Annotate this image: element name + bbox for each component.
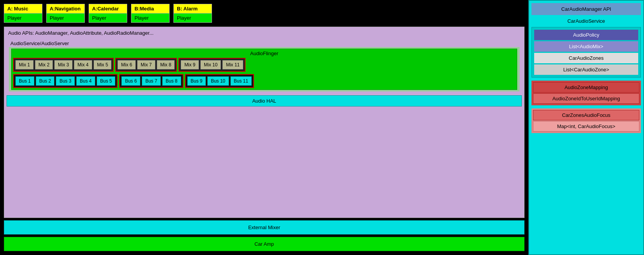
- list-audiomix-box: List<AudioMix>: [534, 41, 638, 52]
- bus-zones-row: Bus 1 Bus 2 Bus 3 Bus 4 Bus 5 Bus 6 Bus …: [13, 74, 515, 88]
- car-amp-layer: Car Amp: [4, 237, 525, 251]
- mix-box-0-4: Mix 5: [94, 60, 112, 69]
- player-bottom-3: Player: [131, 14, 170, 23]
- player-label-0: A: Music: [4, 4, 42, 14]
- mix-box-2-1: Mix 10: [200, 60, 221, 69]
- purple-layer: AudioService/AudioServer AudioFlinger Mi…: [7, 38, 522, 93]
- mix-box-0-3: Mix 4: [74, 60, 92, 69]
- main-diagram: A: Music Player A:Navigation Player A:Ca…: [0, 0, 528, 255]
- audio-zone-mapping-box: AudioZoneMapping: [533, 82, 639, 93]
- player-label-2: A:Calendar: [89, 4, 127, 14]
- audio-zone-mapping-section: AudioZoneMapping AudioZoneIdToUserIdMapp…: [531, 81, 641, 105]
- audio-hal-layer: Audio HAL: [7, 95, 522, 106]
- bus-box-1-1: Bus 7: [142, 76, 161, 86]
- car-zones-focus-box: CarZonesAudioFocus: [533, 110, 639, 120]
- bus-box-0-1: Bus 2: [36, 76, 55, 86]
- audio-flinger-container: AudioFlinger Mix 1 Mix 2 Mix 3 Mix 4 Mix…: [11, 49, 517, 90]
- bus-box-0-4: Bus 5: [97, 76, 116, 86]
- audio-policy-box: AudioPolicy: [534, 30, 638, 40]
- mix-zone-0: Mix 1 Mix 2 Mix 3 Mix 4 Mix 5: [13, 58, 114, 72]
- mix-box-0-1: Mix 2: [35, 60, 53, 69]
- bus-box-0-3: Bus 4: [76, 76, 95, 86]
- mix-zone-2: Mix 9 Mix 10 Mix 11: [178, 58, 245, 72]
- bus-zone-2: Bus 9 Bus 10 Bus 11: [185, 74, 254, 88]
- player-cards: A: Music Player A:Navigation Player A:Ca…: [4, 4, 525, 23]
- player-bottom-1: Player: [46, 14, 85, 23]
- map-car-audio-focus-box: Map<int, CarAudioFocus>: [533, 121, 639, 132]
- mix-box-0-0: Mix 1: [15, 60, 34, 69]
- player-card-0: A: Music Player: [4, 4, 42, 23]
- player-bottom-0: Player: [4, 14, 42, 23]
- audio-api-label: Audio APIs: AudioManager, AudioAttribute…: [7, 29, 522, 37]
- audio-flinger-label: AudioFlinger: [13, 51, 515, 56]
- right-panel: CarAudioManager API CarAudioService Audi…: [528, 0, 644, 255]
- audio-flinger-wrapper: AudioFlinger Mix 1 Mix 2 Mix 3 Mix 4 Mix…: [9, 47, 520, 91]
- mix-zones-row: Mix 1 Mix 2 Mix 3 Mix 4 Mix 5 Mix 6 Mix …: [13, 58, 515, 72]
- car-audio-zones-box: CarAudioZones: [534, 53, 638, 63]
- car-audio-service-inner: AudioPolicy List<AudioMix> CarAudioZones…: [531, 27, 641, 78]
- car-zones-audio-focus-section: CarZonesAudioFocus Map<int, CarAudioFocu…: [531, 108, 641, 133]
- bus-box-0-0: Bus 1: [15, 76, 34, 86]
- bus-zone-1: Bus 6 Bus 7 Bus 8: [119, 74, 183, 88]
- bus-zone-0: Bus 1 Bus 2 Bus 3 Bus 4 Bus 5: [13, 74, 118, 88]
- player-label-4: B: Alarm: [173, 4, 212, 14]
- bus-box-2-0: Bus 9: [187, 76, 206, 86]
- bus-box-1-0: Bus 6: [121, 76, 140, 86]
- audio-service-label: AudioService/AudioServer: [9, 40, 520, 47]
- player-bottom-4: Player: [173, 14, 212, 23]
- player-card-1: A:Navigation Player: [46, 4, 85, 23]
- player-card-4: B: Alarm Player: [173, 4, 212, 23]
- mix-box-0-2: Mix 3: [54, 60, 72, 69]
- mix-zone-1: Mix 6 Mix 7 Mix 8: [115, 58, 177, 72]
- player-card-2: A:Calendar Player: [89, 4, 127, 23]
- mix-box-1-2: Mix 8: [157, 60, 175, 69]
- external-mixer-layer: External Mixer: [4, 220, 525, 235]
- mix-box-1-0: Mix 6: [118, 60, 136, 69]
- layers-container: Audio APIs: AudioManager, AudioAttribute…: [4, 27, 525, 218]
- audio-zone-id-box: AudioZoneIdToUserIdMapping: [533, 93, 639, 104]
- bus-box-2-2: Bus 11: [230, 76, 252, 86]
- mix-box-2-0: Mix 9: [181, 60, 199, 69]
- car-audio-service-label: CarAudioService: [531, 17, 641, 25]
- player-bottom-2: Player: [89, 14, 127, 23]
- list-caraudiozone-box: List<CarAudioZone>: [534, 64, 638, 75]
- bus-box-2-1: Bus 10: [207, 76, 229, 86]
- player-card-3: B:Media Player: [131, 4, 170, 23]
- mix-box-2-2: Mix 11: [222, 60, 243, 69]
- player-label-1: A:Navigation: [46, 4, 85, 14]
- player-label-3: B:Media: [131, 4, 170, 14]
- car-audio-manager-api: CarAudioManager API: [531, 3, 641, 15]
- bus-box-1-2: Bus 8: [162, 76, 181, 86]
- mix-box-1-1: Mix 7: [137, 60, 155, 69]
- bus-box-0-2: Bus 3: [56, 76, 75, 86]
